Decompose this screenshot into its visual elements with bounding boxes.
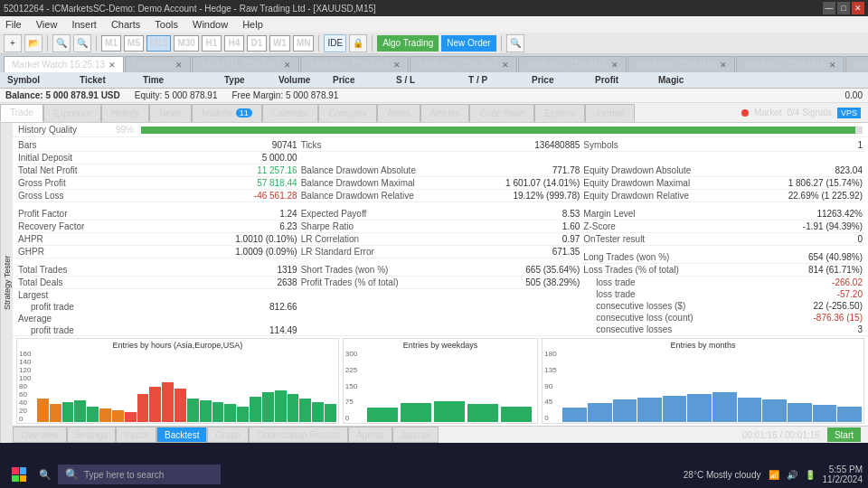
taskbar-search[interactable]: 🔍 Type here to search <box>58 465 221 484</box>
btab-backtest[interactable]: Backtest <box>156 427 207 443</box>
recovery-factor-row: Recovery Factor 6.23 <box>16 221 299 233</box>
market-dot <box>741 109 749 117</box>
menu-charts[interactable]: Charts <box>109 19 142 30</box>
tab-calendar[interactable]: Calendar <box>262 104 319 122</box>
tab-experts[interactable]: Experts <box>534 104 585 122</box>
menu-help[interactable]: Help <box>241 19 265 30</box>
btab-graph[interactable]: Graph <box>207 427 249 443</box>
btab-inputs[interactable]: Inputs <box>116 427 156 443</box>
tf-h4[interactable]: H4 <box>224 35 244 52</box>
tf-d1[interactable]: D1 <box>247 35 267 52</box>
bal-dd-max-row: Balance Drawdown Maximal 1 601.07 (14.01… <box>299 177 582 190</box>
tab-close-mw[interactable]: ✕ <box>108 61 116 70</box>
menu-insert[interactable]: Insert <box>70 19 99 30</box>
tab-alerts[interactable]: Alerts <box>377 104 420 122</box>
content-area: History Quality 99% Bars 90741 Initial D… <box>13 123 868 443</box>
total-net-profit-row: Total Net Profit 11 257.16 <box>16 164 299 177</box>
hourly-y-axis: 160140120100806040200 <box>19 350 37 422</box>
hourly-chart-title: Entries by hours (Asia,Europe,USA) <box>19 341 336 350</box>
tab-xauusd-1[interactable]: XAUUSD_TDS,M15 ✕ <box>192 56 299 72</box>
title-bar: 52012264 - ICMarketsSC-Demo: Demo Accoun… <box>0 0 868 16</box>
search-btn[interactable]: 🔍 <box>506 34 524 52</box>
menu-tools[interactable]: Tools <box>153 19 180 30</box>
monthly-bar <box>663 396 687 422</box>
btab-agents[interactable]: Agents <box>348 427 392 443</box>
start-button[interactable]: Start <box>827 427 861 442</box>
eq-dd-rel-row: Equity Drawdown Relative 22.69% (1 225.9… <box>581 190 864 202</box>
tab-xauusd-6[interactable]: XAUUSD_TDS,M15 ✕ <box>736 56 844 72</box>
tf-m15[interactable]: M15 <box>146 35 171 52</box>
windows-button[interactable] <box>5 461 33 488</box>
hourly-bars <box>37 350 336 422</box>
btab-settings[interactable]: Settings <box>67 427 116 443</box>
ide-btn[interactable]: IDE <box>324 34 346 52</box>
weekday-bar <box>501 407 532 423</box>
tab-close-nav[interactable]: ✕ <box>175 61 183 70</box>
tf-mn[interactable]: MN <box>293 35 315 52</box>
monthly-bar <box>738 398 762 422</box>
tab-xauusd-7[interactable]: XAUUSD_TC <box>845 56 868 72</box>
new-chart-btn[interactable]: + <box>4 34 22 52</box>
tab-xauusd-4[interactable]: XAUUSD_TDS,M15 ✕ <box>518 56 626 72</box>
bottom-status: 00:01:16 / 00:01:16 Start <box>735 427 868 442</box>
app-title: 52012264 - ICMarketsSC-Demo: Demo Accoun… <box>4 4 376 14</box>
vps-label: VPS <box>837 108 861 118</box>
hourly-bar <box>137 394 149 422</box>
lock-icon[interactable]: 🔒 <box>349 34 367 52</box>
tab-exposure[interactable]: Exposure <box>43 104 101 122</box>
weekday-bar <box>401 403 431 422</box>
tab-company[interactable]: Company <box>318 104 377 122</box>
free-margin-text: Free Margin: 5 000 878.91 <box>232 90 339 100</box>
balance-text: Balance: 5 000 878.91 USD <box>5 90 120 100</box>
tab-journal[interactable]: Journal <box>585 104 635 122</box>
main-content: Strategy Tester History Quality 99% Bars… <box>0 123 868 443</box>
col-magic: Magic <box>655 75 709 85</box>
bottom-tabs-bar: Overview Settings Inputs Backtest Graph … <box>13 426 868 443</box>
search-icon: 🔍 <box>65 468 79 481</box>
tf-m5[interactable]: M5 <box>124 35 144 52</box>
tab-articles[interactable]: Articles <box>420 104 470 122</box>
algo-trading-btn[interactable]: Algo Trading <box>377 35 439 52</box>
tf-w1[interactable]: W1 <box>269 35 290 52</box>
menu-window[interactable]: Window <box>191 19 230 30</box>
monthly-chart-title: Entries by months <box>544 341 862 350</box>
stats-col1: Bars 90741 Initial Deposit 5 000.00 Tota… <box>16 139 299 335</box>
ghpr-row: GHPR 1.0009 (0.09%) <box>16 246 299 258</box>
tab-xauusd-5[interactable]: XAUUSD_TDS,M15 ✕ <box>627 56 735 72</box>
tab-news[interactable]: News <box>149 104 192 122</box>
close-button[interactable]: ✕ <box>852 2 864 14</box>
zoom-out-btn[interactable]: 🔍 <box>73 34 91 52</box>
zoom-in-btn[interactable]: 🔍 <box>52 34 71 52</box>
hourly-bar <box>325 404 336 422</box>
search-placeholder: Type here to search <box>84 470 164 480</box>
strategy-tester-label[interactable]: Strategy Tester <box>0 123 13 443</box>
btab-overview[interactable]: Overview <box>13 427 67 443</box>
col-sl: S / L <box>392 75 465 85</box>
menu-view[interactable]: View <box>34 19 60 30</box>
tf-m1[interactable]: M1 <box>101 35 121 52</box>
bottom-tab-list: Overview Settings Inputs Backtest Graph … <box>13 427 439 443</box>
btab-optimization[interactable]: Optimization Results <box>249 427 348 443</box>
initial-deposit-row: Initial Deposit 5 000.00 <box>16 152 299 164</box>
tab-xauusd-2[interactable]: XAUUSD_TDS,M15 ✕ <box>300 56 408 72</box>
tab-navigator[interactable]: Navigator ✕ <box>125 56 191 72</box>
tf-h1[interactable]: H1 <box>202 35 222 52</box>
hourly-bar <box>275 390 287 422</box>
tab-trade[interactable]: Trade <box>0 104 43 122</box>
new-order-btn[interactable]: New Order <box>441 35 495 52</box>
tab-history[interactable]: History <box>101 104 149 122</box>
search-taskbar-icon[interactable]: 🔍 <box>36 465 54 483</box>
menu-file[interactable]: File <box>4 19 24 30</box>
tab-xauusd-3[interactable]: XAUUSD_TDS,M15 ✕ <box>410 56 517 72</box>
tab-market-watch[interactable]: Market Watch 15:25:13 ✕ <box>4 56 124 72</box>
tf-m30[interactable]: M30 <box>174 35 198 52</box>
hourly-bar <box>87 407 99 423</box>
open-btn[interactable]: 📂 <box>24 34 42 52</box>
btab-journal-2[interactable]: Journal <box>392 427 439 443</box>
tab-codebase[interactable]: Code Base <box>469 104 533 122</box>
maximize-button[interactable]: □ <box>837 2 850 14</box>
max-consec-loss-count-row: consecutive loss (count) -876.36 (15) <box>581 312 864 324</box>
tab-mailbox[interactable]: Mailbox 11 <box>192 104 261 122</box>
hourly-bar <box>162 382 174 422</box>
minimize-button[interactable]: — <box>823 2 835 14</box>
